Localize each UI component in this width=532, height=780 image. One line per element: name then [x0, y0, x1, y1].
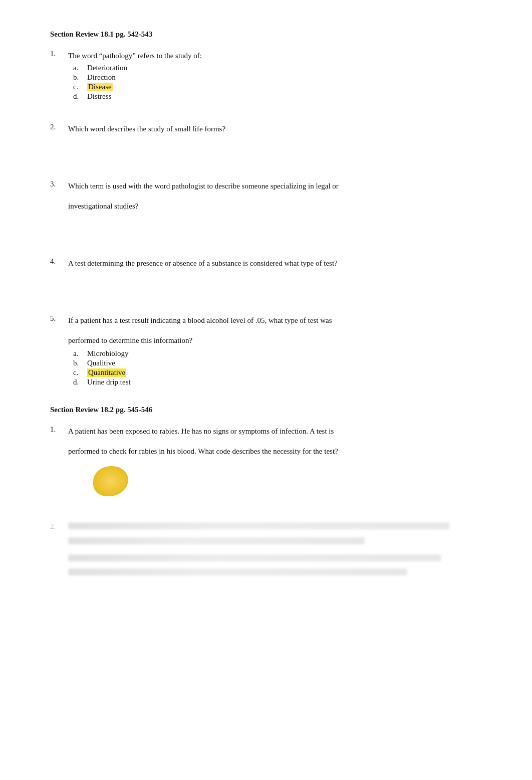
- q5-label-c: c.: [73, 368, 87, 377]
- q5-option-a: a. Microbiology: [73, 349, 492, 358]
- question-5: 5. If a patient has a test result indica…: [50, 314, 492, 387]
- q1-option-c: c. Disease: [73, 83, 492, 91]
- q5-option-d: d. Urine drip test: [73, 378, 492, 386]
- q5-content: If a patient has a test result indicatin…: [68, 314, 492, 387]
- q5-continuation: performed to determine this information?: [68, 334, 492, 346]
- q5-option-c: c. Quantitative: [73, 368, 492, 377]
- blurred-line-1: [68, 522, 449, 529]
- q3-content: Which term is used with the word patholo…: [68, 180, 492, 212]
- q5-answer-c: Quantitative: [87, 368, 126, 377]
- q5-answer-a: Microbiology: [87, 349, 129, 358]
- q5-number: 5.: [50, 314, 68, 323]
- q3-text: Which term is used with the word patholo…: [68, 180, 492, 192]
- q3-number: 3.: [50, 180, 68, 188]
- question-1: 1. The word “pathology” refers to the st…: [50, 50, 492, 102]
- s2-q1-text: A patient has been exposed to rabies. He…: [68, 425, 492, 437]
- q1-text: The word “pathology” refers to the study…: [68, 50, 492, 62]
- section2-question-1: 1. A patient has been exposed to rabies.…: [50, 425, 492, 501]
- q4-content: A test determining the presence or absen…: [68, 257, 492, 269]
- q1-label-c: c.: [73, 83, 87, 91]
- q1-sub-list: a. Deterioration b. Direction c. Disease…: [73, 64, 492, 101]
- q5-option-b: b. Qualitive: [73, 359, 492, 367]
- blurred-q-content: [68, 522, 492, 580]
- q1-answer-c: Disease: [87, 83, 113, 91]
- s2-q1-number: 1.: [50, 425, 68, 434]
- q5-label-b: b.: [73, 359, 87, 367]
- blurred-line-3: [68, 554, 441, 561]
- q1-content: The word “pathology” refers to the study…: [68, 50, 492, 102]
- q5-label-a: a.: [73, 349, 87, 358]
- q1-label-b: b.: [73, 73, 87, 82]
- q5-sub-list: a. Microbiology b. Qualitive c. Quantita…: [73, 349, 492, 386]
- q1-number: 1.: [50, 50, 68, 58]
- q4-number: 4.: [50, 257, 68, 266]
- q4-text: A test determining the presence or absen…: [68, 257, 492, 269]
- q5-label-d: d.: [73, 378, 87, 386]
- s2-q1-continuation: performed to check for rabies in his blo…: [68, 445, 492, 457]
- q1-answer-d: Distress: [87, 92, 111, 101]
- q2-number: 2.: [50, 123, 68, 131]
- q1-label-a: a.: [73, 64, 87, 72]
- s2-q1-content: A patient has been exposed to rabies. He…: [68, 425, 492, 501]
- blurred-line-4: [68, 568, 407, 575]
- section2-heading: Section Review 18.2 pg. 545-546: [50, 406, 492, 414]
- q5-answer-d: Urine drip test: [87, 378, 131, 386]
- blurred-line-2: [68, 537, 365, 544]
- question-3: 3. Which term is used with the word path…: [50, 180, 492, 212]
- question-4: 4. A test determining the presence or ab…: [50, 257, 492, 269]
- q3-continuation: investigational studies?: [68, 200, 492, 212]
- q1-option-b: b. Direction: [73, 73, 492, 82]
- question-2: 2. Which word describes the study of sma…: [50, 123, 492, 135]
- q1-answer-b: Direction: [87, 73, 116, 82]
- q1-option-d: d. Distress: [73, 92, 492, 101]
- q5-text: If a patient has a test result indicatin…: [68, 314, 492, 326]
- section1-heading: Section Review 18.1 pg. 542-543: [50, 30, 492, 39]
- q1-label-d: d.: [73, 92, 87, 101]
- q5-answer-b: Qualitive: [87, 359, 115, 367]
- q1-option-a: a. Deterioration: [73, 64, 492, 72]
- q2-text: Which word describes the study of small …: [68, 123, 492, 135]
- q1-answer-a: Deterioration: [87, 64, 127, 72]
- q2-content: Which word describes the study of small …: [68, 123, 492, 135]
- blurred-q-number: 2.: [50, 522, 68, 531]
- yellow-sticker: [93, 466, 128, 496]
- blurred-question-block: 2.: [50, 522, 492, 580]
